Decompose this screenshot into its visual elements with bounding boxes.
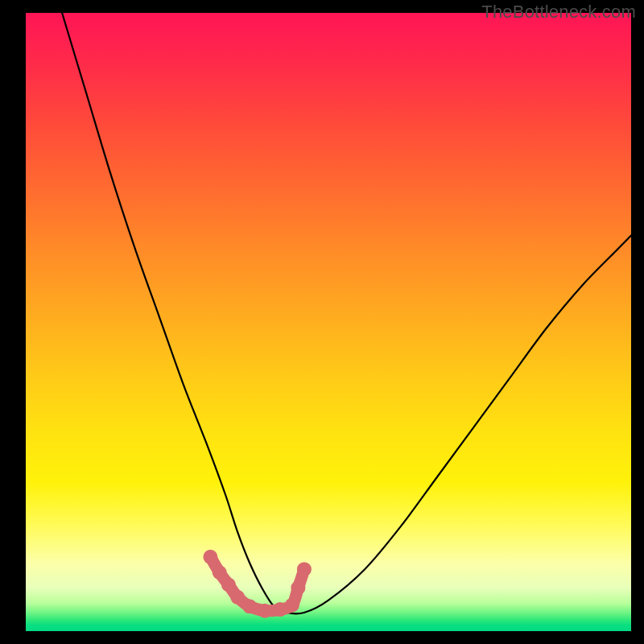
highlight-dot	[230, 590, 245, 605]
chart-frame: TheBottleneck.com	[0, 0, 644, 644]
highlight-dot	[242, 599, 257, 613]
bottleneck-curve-path	[62, 13, 631, 613]
highlight-dot	[291, 580, 305, 595]
highlight-dot	[258, 604, 272, 618]
watermark-text: TheBottleneck.com	[481, 2, 636, 23]
highlight-dot	[297, 562, 312, 576]
highlight-dot	[221, 577, 236, 592]
highlight-dot	[213, 565, 227, 580]
bottleneck-curve-svg	[26, 13, 631, 631]
highlight-dot	[203, 550, 217, 564]
highlight-dot	[285, 598, 299, 613]
gradient-plot-background	[26, 13, 631, 631]
